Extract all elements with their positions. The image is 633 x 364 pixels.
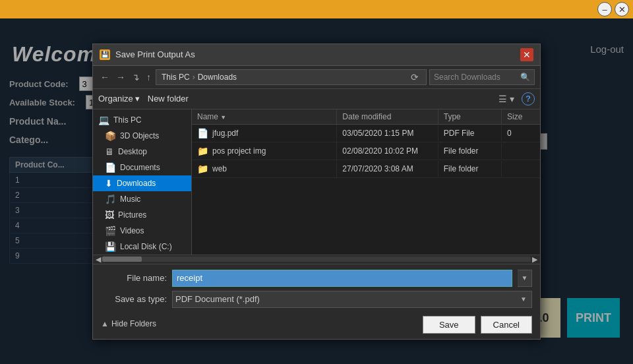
col-name[interactable]: Name ▼: [192, 109, 337, 124]
organize-chevron-icon: ▾: [135, 94, 140, 104]
col-type[interactable]: Type: [438, 109, 502, 124]
new-folder-button[interactable]: New folder: [148, 94, 189, 104]
file-name-web: 📁 web: [192, 160, 337, 177]
3d-objects-icon: 📦: [105, 131, 116, 141]
downloads-label: Downloads: [117, 179, 156, 188]
search-icon: 🔍: [520, 73, 530, 82]
file-size-web: [502, 166, 540, 172]
music-label: Music: [120, 195, 140, 204]
dialog-footer: File name: ▼ Save as type: PDF Document …: [93, 264, 540, 339]
tree-videos[interactable]: 🎬 Videos: [93, 223, 191, 239]
cancel-button[interactable]: Cancel: [481, 316, 532, 334]
tree-music[interactable]: 🎵 Music: [93, 191, 191, 207]
footer-actions: Save Cancel: [423, 316, 532, 334]
this-pc-label: This PC: [113, 115, 142, 125]
minimize-button[interactable]: –: [597, 2, 612, 16]
local-disk-label: Local Disk (C:): [120, 242, 172, 251]
tree-this-pc[interactable]: 💻 This PC: [93, 112, 191, 128]
addr-refresh-button[interactable]: ⟳: [409, 72, 421, 82]
file-list: Name ▼ Date modified Type Size 📄 jfug.pd…: [192, 109, 540, 255]
dialog-title-left: 💾 Save Print Output As: [100, 49, 195, 60]
hide-folders-row[interactable]: ▲ Hide Folders: [101, 317, 156, 328]
view-button[interactable]: ☰ ▾: [495, 92, 518, 106]
file-date-pos: 02/08/2020 10:02 PM: [337, 143, 438, 159]
file-list-header: Name ▼ Date modified Type Size: [192, 109, 540, 125]
save-type-row: Save as type: PDF Document (*.pdf): [101, 291, 532, 308]
dialog-title-text: Save Print Output As: [115, 49, 195, 59]
toolbar-left: Organize ▾ New folder: [98, 94, 189, 104]
file-name-pdf: 📄 jfug.pdf: [192, 125, 337, 142]
col-date[interactable]: Date modified: [337, 109, 438, 124]
file-type-pos: File folder: [438, 143, 502, 159]
tree-3d-objects[interactable]: 📦 3D Objects: [93, 128, 191, 144]
local-disk-icon: 💾: [105, 241, 116, 252]
file-date-web: 27/07/2020 3:08 AM: [337, 161, 438, 177]
pdf-icon: 📄: [197, 128, 208, 138]
tree-downloads[interactable]: ⬇ Downloads: [93, 175, 191, 191]
save-type-select[interactable]: PDF Document (*.pdf): [172, 291, 532, 308]
search-box[interactable]: Search Downloads 🔍: [429, 69, 535, 85]
back-button[interactable]: ←: [98, 72, 111, 82]
tree-desktop[interactable]: 🖥 Desktop: [93, 144, 191, 160]
documents-label: Documents: [120, 163, 160, 172]
addr-current-folder: Downloads: [198, 73, 237, 82]
chevron-up-icon: ▲: [101, 319, 109, 328]
folder-icon-pos: 📁: [197, 146, 208, 156]
file-name-row: File name: ▼: [101, 270, 532, 287]
music-icon: 🎵: [105, 194, 116, 204]
search-placeholder: Search Downloads: [434, 73, 500, 82]
file-row-pos[interactable]: 📁 pos project img 02/08/2020 10:02 PM Fi…: [192, 142, 540, 160]
3d-objects-label: 3D Objects: [120, 131, 159, 140]
up-button[interactable]: ↑: [144, 72, 153, 82]
pictures-label: Pictures: [118, 210, 146, 220]
dialog-body: 💻 This PC 📦 3D Objects 🖥 Desktop 📄 Docum…: [93, 109, 540, 255]
scrollbar-track[interactable]: [102, 257, 531, 262]
file-name-label: pos project img: [212, 146, 266, 156]
organize-button[interactable]: Organize ▾: [98, 94, 140, 104]
tree-documents[interactable]: 📄 Documents: [93, 160, 191, 175]
downloads-icon: ⬇: [105, 178, 113, 189]
file-type-pdf: PDF File: [438, 125, 502, 141]
scroll-right-button[interactable]: ▶: [531, 255, 539, 264]
help-button[interactable]: ?: [522, 92, 535, 106]
folder-tree: 💻 This PC 📦 3D Objects 🖥 Desktop 📄 Docum…: [93, 109, 192, 255]
col-size[interactable]: Size: [502, 109, 540, 124]
file-name-dropdown-button[interactable]: ▼: [518, 270, 532, 287]
file-name-label: jfug.pdf: [212, 129, 238, 138]
file-row-pdf[interactable]: 📄 jfug.pdf 03/05/2020 1:15 PM PDF File 0: [192, 125, 540, 142]
close-button[interactable]: ✕: [615, 2, 629, 16]
dialog-icon: 💾: [100, 49, 110, 60]
scroll-left-button[interactable]: ◀: [94, 255, 102, 264]
addr-this-pc: This PC: [162, 73, 190, 82]
file-name-label: web: [212, 164, 227, 173]
file-type-web: File folder: [438, 161, 502, 177]
folder-icon-web: 📁: [197, 164, 208, 174]
tree-pictures[interactable]: 🖼 Pictures: [93, 207, 191, 223]
minimize-icon: –: [602, 5, 607, 15]
tree-local-disk[interactable]: 💾 Local Disk (C:): [93, 239, 191, 255]
close-icon: ✕: [618, 5, 626, 15]
horizontal-scrollbar[interactable]: ◀ ▶: [93, 255, 540, 264]
file-name-input[interactable]: [172, 270, 512, 287]
save-button[interactable]: Save: [423, 316, 475, 334]
dialog-toolbar: Organize ▾ New folder ☰ ▾ ?: [93, 89, 540, 109]
dialog-overlay: 💾 Save Print Output As ✕ ← → ↴ ↑ This PC…: [0, 18, 633, 364]
file-name-label: File name:: [101, 273, 167, 283]
this-pc-icon: 💻: [98, 115, 109, 125]
scrollbar-thumb: [102, 257, 142, 262]
pictures-icon: 🖼: [105, 210, 114, 220]
address-path[interactable]: This PC › Downloads ⟳: [156, 69, 427, 85]
forward-button[interactable]: →: [114, 72, 127, 82]
videos-icon: 🎬: [105, 226, 116, 236]
file-size-pos: [502, 148, 540, 154]
recent-locations-button[interactable]: ↴: [130, 72, 142, 82]
top-bar: – ✕: [0, 0, 633, 18]
save-as-type-label: Save as type:: [101, 294, 167, 304]
file-row-web[interactable]: 📁 web 27/07/2020 3:08 AM File folder: [192, 160, 540, 178]
file-date-pdf: 03/05/2020 1:15 PM: [337, 125, 438, 141]
desktop-label: Desktop: [118, 147, 147, 156]
save-type-select-wrapper: PDF Document (*.pdf): [172, 291, 532, 308]
dialog-titlebar: 💾 Save Print Output As ✕: [93, 44, 540, 66]
desktop-icon: 🖥: [105, 146, 114, 157]
dialog-close-button[interactable]: ✕: [520, 48, 533, 61]
